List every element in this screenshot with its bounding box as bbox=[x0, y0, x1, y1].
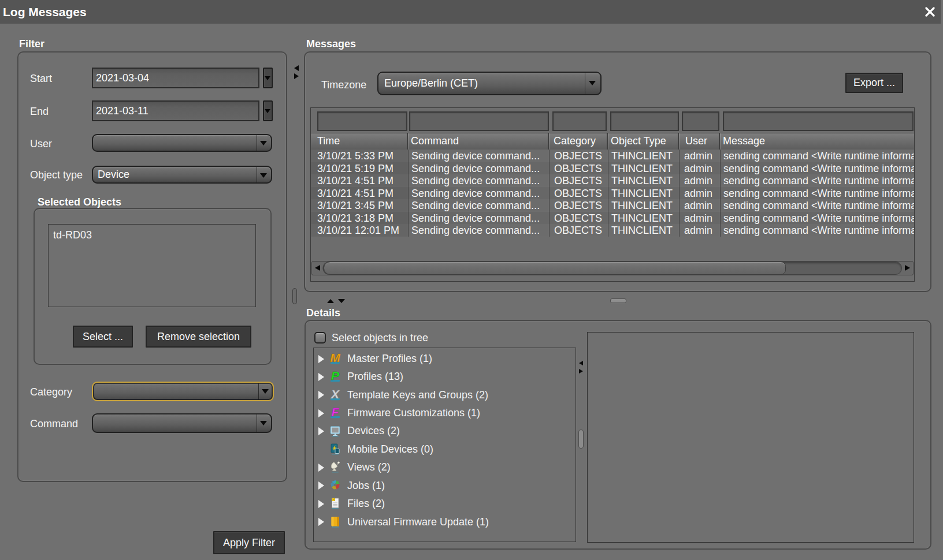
svg-text:P: P bbox=[331, 370, 340, 382]
svg-text:F: F bbox=[332, 406, 340, 419]
svg-text:X: X bbox=[331, 389, 340, 401]
svg-text:M: M bbox=[330, 352, 340, 364]
